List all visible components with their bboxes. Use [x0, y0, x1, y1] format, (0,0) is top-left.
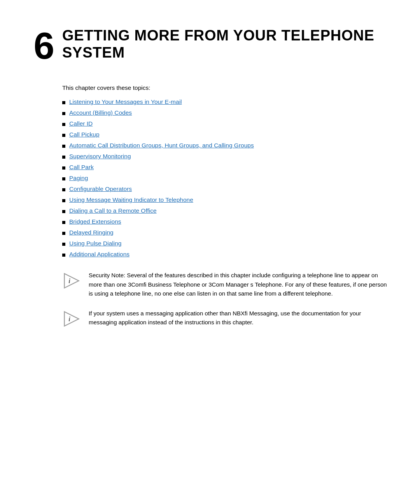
toc-item: Dialing a Call to a Remote Office	[62, 207, 389, 215]
bullet-icon	[62, 99, 69, 106]
toc-item: Bridged Extensions	[62, 218, 389, 226]
toc-link-11[interactable]: Dialing a Call to a Remote Office	[69, 207, 157, 214]
toc-item: Additional Applications	[62, 251, 389, 258]
toc-item: Call Park	[62, 164, 389, 171]
toc-link-4[interactable]: Call Pickup	[69, 131, 100, 138]
toc-link-6[interactable]: Supervisory Monitoring	[69, 153, 131, 160]
bullet-icon	[62, 219, 69, 226]
bullet-icon	[62, 175, 69, 182]
page: 6 Getting More from Your Telephone Syste…	[0, 0, 420, 504]
chapter-title: Getting More from Your Telephone System	[62, 27, 389, 61]
intro-text: This chapter covers these topics:	[62, 84, 389, 91]
toc-link-13[interactable]: Delayed Ringing	[69, 229, 114, 236]
bullet-icon	[62, 142, 69, 149]
toc-link-14[interactable]: Using Pulse Dialing	[69, 240, 121, 247]
bullet-icon	[62, 131, 69, 138]
toc-link-10[interactable]: Using Message Waiting Indicator to Telep…	[69, 196, 193, 203]
svg-marker-2	[65, 312, 79, 326]
info-icon-1: i	[62, 271, 82, 292]
toc-link-2[interactable]: Account (Billing) Codes	[69, 109, 132, 116]
svg-text:i: i	[68, 316, 70, 323]
toc-item: Configurable Operators	[62, 186, 389, 193]
svg-marker-0	[65, 274, 79, 288]
notes-container: i Security Note: Several of the features…	[62, 271, 389, 330]
bullet-icon	[62, 251, 69, 258]
bullet-icon	[62, 153, 69, 160]
toc-item: Automatic Call Distribution Groups, Hunt…	[62, 142, 389, 149]
toc-link-7[interactable]: Call Park	[69, 164, 94, 171]
toc-item: Listening to Your Messages in Your E-mai…	[62, 98, 389, 106]
bullet-icon	[62, 229, 69, 236]
note-text-2: If your system uses a messaging applicat…	[89, 309, 389, 327]
chapter-number-column: 6	[0, 23, 62, 481]
toc-item: Delayed Ringing	[62, 229, 389, 236]
toc-link-9[interactable]: Configurable Operators	[69, 186, 132, 192]
bullet-icon	[62, 197, 69, 204]
toc-link-12[interactable]: Bridged Extensions	[69, 218, 121, 225]
bullet-icon	[62, 208, 69, 215]
toc-item: Paging	[62, 175, 389, 182]
note-text-1: Security Note: Several of the features d…	[89, 271, 389, 298]
toc-list: Listening to Your Messages in Your E-mai…	[62, 98, 389, 258]
chapter-number: 6	[34, 27, 54, 481]
bullet-icon	[62, 164, 69, 171]
bullet-icon	[62, 240, 69, 247]
toc-item: Using Pulse Dialing	[62, 240, 389, 247]
bullet-icon	[62, 186, 69, 193]
svg-text:i: i	[68, 278, 70, 285]
toc-link-1[interactable]: Listening to Your Messages in Your E-mai…	[69, 98, 182, 105]
toc-item: Using Message Waiting Indicator to Telep…	[62, 196, 389, 204]
toc-link-15[interactable]: Additional Applications	[69, 251, 130, 258]
note-2: i If your system uses a messaging applic…	[62, 309, 389, 330]
toc-link-3[interactable]: Caller ID	[69, 120, 93, 127]
toc-item: Supervisory Monitoring	[62, 153, 389, 160]
content-column: Getting More from Your Telephone System …	[62, 23, 420, 481]
bullet-icon	[62, 110, 69, 117]
info-icon-2: i	[62, 310, 82, 330]
toc-link-8[interactable]: Paging	[69, 175, 88, 182]
toc-item: Caller ID	[62, 120, 389, 128]
toc-item: Account (Billing) Codes	[62, 109, 389, 117]
bullet-icon	[62, 121, 69, 128]
toc-item: Call Pickup	[62, 131, 389, 138]
note-1: i Security Note: Several of the features…	[62, 271, 389, 298]
toc-link-5[interactable]: Automatic Call Distribution Groups, Hunt…	[69, 142, 254, 149]
